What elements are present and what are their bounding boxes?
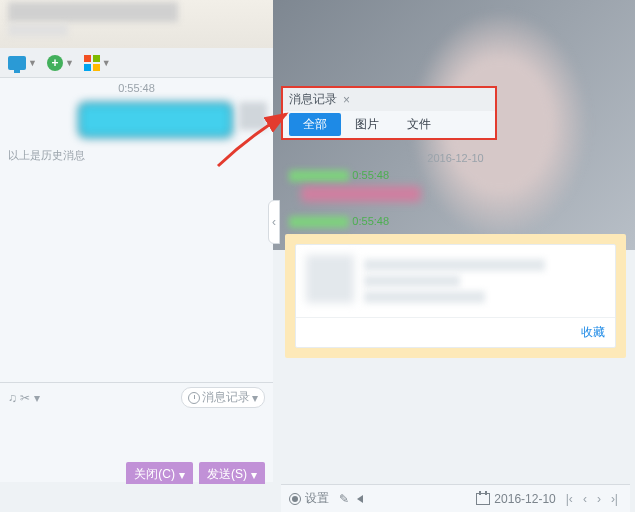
avatar	[306, 255, 354, 303]
chat-timestamp: 0:55:48	[0, 78, 273, 98]
chat-input-footer: ♫ ✂ ▾ 消息记录 ▾ 关闭(C) ▾ 发送(S) ▾	[0, 382, 273, 482]
chevron-down-icon: ▾	[251, 468, 257, 482]
message-body-blur	[301, 186, 421, 202]
chevron-left-icon: ‹	[272, 215, 276, 229]
nav-first[interactable]: |‹	[562, 492, 577, 506]
history-date: 2016-12-10	[281, 150, 630, 166]
history-toggle-button[interactable]: 消息记录 ▾	[181, 387, 265, 408]
tab-images[interactable]: 图片	[341, 113, 393, 136]
pager-nav: |‹ ‹ › ›|	[562, 492, 622, 506]
nav-next[interactable]: ›	[593, 492, 605, 506]
nav-last[interactable]: ›|	[607, 492, 622, 506]
favorite-link[interactable]: 收藏	[581, 325, 605, 339]
chevron-down-icon: ▼	[65, 58, 74, 68]
contact-name-blur	[8, 2, 178, 22]
contact-sub-blur	[8, 24, 68, 36]
chevron-down-icon: ▼	[28, 58, 37, 68]
chevron-down-icon: ▾	[179, 468, 185, 482]
footer-date: 2016-12-10	[494, 492, 555, 506]
card-details-blur	[364, 255, 605, 307]
clock-icon	[188, 392, 200, 404]
chevron-down-icon: ▼	[102, 58, 111, 68]
date-picker[interactable]: 2016-12-10	[476, 492, 555, 506]
message-input[interactable]	[0, 412, 273, 462]
gear-icon[interactable]	[289, 493, 301, 505]
plus-icon: +	[47, 55, 63, 71]
nav-prev[interactable]: ‹	[579, 492, 591, 506]
sender-name-blur	[289, 170, 349, 182]
speaker-icon[interactable]	[357, 495, 363, 503]
window-bottom-left	[0, 484, 273, 512]
sender-name-blur	[289, 216, 349, 228]
tab-all[interactable]: 全部	[289, 113, 341, 136]
message-time: 0:55:48	[352, 169, 389, 181]
add-button[interactable]: + ▼	[43, 53, 78, 73]
close-icon[interactable]: ×	[343, 93, 350, 107]
shared-contact-card[interactable]: 收藏	[295, 244, 616, 348]
history-message: 0:55:48	[281, 166, 630, 212]
message-log-tabs: 全部 图片 文件	[283, 111, 495, 138]
message-time: 0:55:48	[352, 215, 389, 227]
input-tools-icons[interactable]: ♫ ✂ ▾	[8, 391, 40, 405]
chat-message-row	[0, 98, 273, 142]
chevron-down-icon: ▾	[252, 391, 258, 405]
shared-card-container: 收藏	[285, 234, 626, 358]
history-message: 0:55:48	[281, 212, 630, 230]
history-footer: 设置 ✎ 2016-12-10 |‹ ‹ › ›|	[281, 484, 630, 512]
calendar-icon	[476, 493, 490, 505]
message-log-header: 消息记录 ×	[283, 88, 495, 111]
screen-share-button[interactable]: ▼	[4, 54, 41, 72]
apps-button[interactable]: ▼	[80, 53, 115, 73]
apps-grid-icon	[84, 55, 100, 71]
settings-label[interactable]: 设置	[305, 490, 329, 507]
message-log-panel: 消息记录 × 全部 图片 文件	[281, 86, 497, 140]
avatar	[239, 102, 267, 130]
history-list: 2016-12-10 0:55:48 0:55:48	[281, 150, 630, 482]
collapse-handle[interactable]: ‹	[268, 200, 280, 244]
monitor-icon	[8, 56, 26, 70]
tab-files[interactable]: 文件	[393, 113, 445, 136]
history-divider-note: 以上是历史消息	[0, 142, 273, 169]
outgoing-bubble-blur	[78, 102, 233, 138]
history-toggle-label: 消息记录	[202, 389, 250, 406]
message-log-title: 消息记录	[289, 91, 337, 108]
